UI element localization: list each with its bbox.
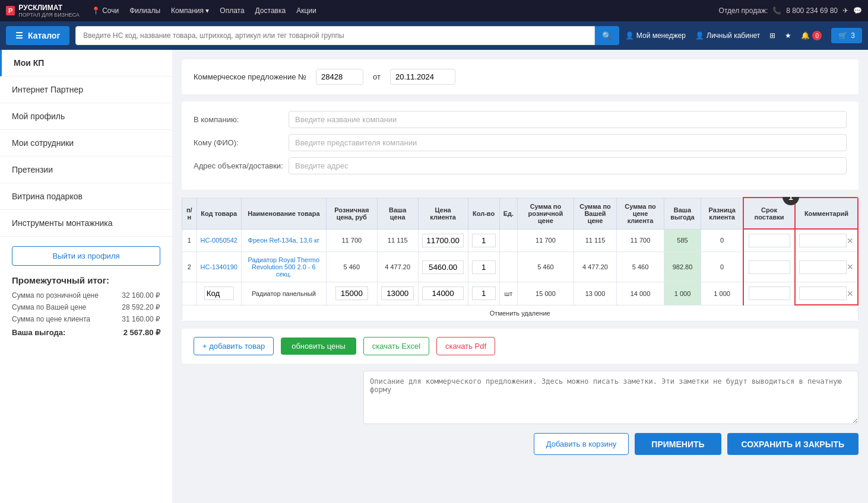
sidebar-item-tools[interactable]: Инструменты монтажника (0, 210, 172, 237)
telegram-icon[interactable]: ✈ (842, 7, 848, 15)
cell-comment-1: ✕ (795, 229, 858, 252)
catalog-button[interactable]: ☰ Каталог (6, 26, 69, 45)
description-textarea[interactable] (363, 371, 859, 424)
your-input-3[interactable] (381, 286, 414, 300)
delivery-input-1[interactable] (749, 234, 790, 247)
cell-name-2: Радиатор Royal Thermo Revolution 500 2.0… (241, 252, 326, 282)
nav-action-items: 👤 Мой менеджер 👤 Личный кабинет ⊞ ★ 🔔 0 … (625, 28, 862, 43)
save-close-button[interactable]: СОХРАНИТЬ И ЗАКРЫТЬ (727, 433, 859, 455)
star-icon: ★ (785, 31, 791, 40)
sidebar-item-profile[interactable]: Мой профиль (0, 103, 172, 130)
cancel-row: Отменить удаление (182, 305, 859, 321)
delete-row-3[interactable]: ✕ (847, 289, 854, 298)
main-layout: Мои КП Интернет Партнер Мой профиль Мои … (0, 50, 868, 503)
proposal-number-input[interactable] (316, 69, 363, 85)
sidebar-item-gifts[interactable]: Витрина подарков (0, 183, 172, 210)
logo[interactable]: Р РУСКЛИМАТ ПОРТАЛ ДЛЯ БИЗНЕСА (6, 4, 80, 18)
table-row: Радиатор панельный шт 15 000 13 000 14 0… (182, 282, 859, 305)
address-input[interactable] (289, 157, 847, 174)
cell-your-3 (377, 282, 418, 305)
summary-client-price: Сумма по цене клиента 31 160.00 ₽ (12, 315, 160, 323)
qty-input-2[interactable] (472, 260, 496, 274)
cell-client-2 (418, 252, 468, 282)
sidebar-item-my-kp[interactable]: Мои КП (0, 50, 172, 77)
grid-icon-item[interactable]: ⊞ (769, 31, 775, 40)
cart-button[interactable]: 🛒 3 (831, 28, 862, 43)
cell-unit-1 (499, 229, 517, 252)
manager-icon: 👤 (625, 31, 634, 40)
cell-profit-2: 982.80 (664, 252, 701, 282)
my-manager[interactable]: 👤 Мой менеджер (625, 31, 686, 40)
favorites[interactable]: ★ (785, 31, 791, 40)
notifications[interactable]: 🔔 0 (801, 31, 822, 40)
from-label: от (373, 72, 381, 81)
search-input[interactable] (75, 26, 595, 45)
delivery-input-3[interactable] (749, 286, 790, 300)
cell-name-3: Радиатор панельный (241, 282, 326, 305)
qty-input-1[interactable] (472, 234, 496, 247)
cell-qty-2 (468, 252, 499, 282)
qty-input-3[interactable] (472, 286, 496, 300)
client-price-input-3[interactable] (422, 286, 464, 300)
phone-number[interactable]: 8 800 234 69 80 (786, 7, 838, 15)
sidebar-item-employees[interactable]: Мои сотрудники (0, 130, 172, 157)
personal-cabinet[interactable]: 👤 Личный кабинет (695, 31, 760, 40)
code-input-3[interactable] (204, 286, 234, 300)
add-to-cart-button[interactable]: Добавить в корзину (534, 433, 629, 455)
client-price-input-2[interactable] (422, 260, 464, 274)
sidebar-item-claims[interactable]: Претензии (0, 157, 172, 183)
update-prices-button[interactable]: обновить цены (281, 338, 356, 355)
cell-profit-1: 585 (664, 229, 701, 252)
search-button[interactable]: 🔍 (595, 26, 619, 45)
whatsapp-icon[interactable]: 💬 (853, 7, 862, 15)
nav-promo[interactable]: Акции (296, 7, 316, 15)
nav-location[interactable]: 📍 Сочи (91, 7, 119, 15)
cell-diff-2: 0 (701, 252, 744, 282)
grid-icon: ⊞ (769, 31, 775, 40)
cell-retail-1: 11 700 (326, 229, 377, 252)
cell-qty-1 (468, 229, 499, 252)
top-nav-items: 📍 Сочи Филиалы Компания ▾ Оплата Доставк… (91, 7, 316, 15)
cell-sum-retail-3: 15 000 (518, 282, 574, 305)
apply-button[interactable]: ПРИМЕНИТЬ (635, 433, 721, 455)
cell-qty-3 (468, 282, 499, 305)
download-excel-button[interactable]: скачать Excel (363, 337, 429, 355)
add-item-button[interactable]: + добавить товар (194, 337, 274, 355)
hamburger-icon: ☰ (15, 31, 23, 40)
products-table: п/н Код товара Наименование товара Розни… (182, 197, 859, 321)
cancel-delete-link[interactable]: Отменить удаление (490, 310, 550, 317)
download-pdf-button[interactable]: скачать Pdf (436, 337, 495, 355)
summary-title: Промежуточный итог: (12, 275, 160, 285)
cell-diff-1: 0 (701, 229, 744, 252)
delivery-input-2[interactable] (749, 260, 790, 274)
cell-comment-2: ✕ (795, 252, 858, 282)
comment-input-1[interactable] (799, 234, 847, 247)
nav-company[interactable]: Компания ▾ (171, 7, 209, 15)
cell-num-3 (182, 282, 197, 305)
comment-input-2[interactable] (799, 260, 847, 274)
sidebar: Мои КП Интернет Партнер Мой профиль Мои … (0, 50, 172, 503)
sidebar-item-internet-partner[interactable]: Интернет Партнер (0, 77, 172, 103)
nav-delivery[interactable]: Доставка (255, 7, 286, 15)
address-label: Адрес объекта/доставки: (194, 161, 289, 170)
logout-button[interactable]: Выйти из профиля (12, 246, 160, 266)
secondary-navigation: ☰ Каталог 🔍 👤 Мой менеджер 👤 Личный каби… (0, 21, 868, 50)
table-row: 1 НС-0050542 Фреон Ref-134a, 13,6 кг 11 … (182, 229, 859, 252)
nav-branches[interactable]: Филиалы (129, 7, 160, 15)
search-icon: 🔍 (602, 31, 612, 40)
comment-input-3[interactable] (799, 286, 847, 300)
delete-row-1[interactable]: ✕ (847, 236, 854, 246)
th-comment: Комментарий (795, 198, 858, 229)
proposal-date-input[interactable] (390, 69, 455, 85)
nav-payment[interactable]: Оплата (220, 7, 244, 15)
th-code: Код товара (197, 198, 241, 229)
company-input[interactable] (289, 111, 847, 128)
bell-icon: 🔔 (801, 31, 810, 40)
retail-input-3[interactable] (335, 286, 368, 300)
delete-row-2[interactable]: ✕ (847, 262, 854, 272)
person-input[interactable] (289, 134, 847, 151)
cart-icon: 🛒 (838, 31, 847, 40)
cell-sum-client-3: 14 000 (617, 282, 664, 305)
main-content: Коммерческое предложение № от В компанию… (172, 50, 868, 503)
client-price-input-1[interactable] (422, 234, 464, 247)
